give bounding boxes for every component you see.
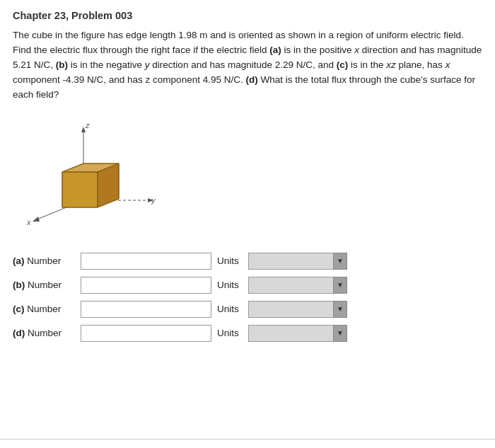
label-d: (d) Number xyxy=(13,328,75,338)
page: Chapter 23, Problem 003 The cube in the … xyxy=(0,0,495,448)
units-select-c[interactable]: N·m²/C V·m xyxy=(248,301,347,318)
part-d-bold: (d) xyxy=(245,74,257,85)
units-select-wrapper-b: N·m²/C V·m ▼ xyxy=(248,277,347,294)
number-input-a[interactable] xyxy=(81,253,211,270)
units-select-wrapper-d: N·m²/C V·m ▼ xyxy=(248,325,347,342)
units-select-b[interactable]: N·m²/C V·m xyxy=(248,277,347,294)
units-label-d: Units xyxy=(217,328,243,338)
svg-text:x: x xyxy=(26,218,31,226)
units-select-a[interactable]: N·m²/C V·m xyxy=(248,253,347,270)
label-c: (c) Number xyxy=(13,304,75,314)
svg-marker-14 xyxy=(62,172,98,207)
number-input-d[interactable] xyxy=(81,325,211,342)
part-a-bold: (a) xyxy=(269,45,281,55)
cube-svg: z y x xyxy=(20,115,161,236)
units-label-c: Units xyxy=(217,304,243,314)
units-select-wrapper-c: N·m²/C V·m ▼ xyxy=(248,301,347,318)
inputs-section: (a) Number Units N·m²/C V·m ▼ (b) Number… xyxy=(13,253,482,342)
units-label-b: Units xyxy=(217,280,243,290)
input-row-d: (d) Number Units N·m²/C V·m ▼ xyxy=(13,325,482,342)
figure-area: z y x xyxy=(20,115,482,236)
units-label-a: Units xyxy=(217,255,243,266)
label-b: (b) Number xyxy=(13,280,75,290)
label-a: (a) Number xyxy=(13,255,75,266)
number-input-b[interactable] xyxy=(81,277,211,294)
units-select-d[interactable]: N·m²/C V·m xyxy=(248,325,347,342)
svg-marker-7 xyxy=(33,217,40,222)
svg-text:y: y xyxy=(151,196,156,205)
part-c-bold: (c) xyxy=(337,59,349,70)
units-select-wrapper-a: N·m²/C V·m ▼ xyxy=(248,253,347,270)
input-row-c: (c) Number Units N·m²/C V·m ▼ xyxy=(13,301,482,318)
input-row-a: (a) Number Units N·m²/C V·m ▼ xyxy=(13,253,482,270)
problem-description: The cube in the figure has edge length 1… xyxy=(13,28,482,103)
svg-text:z: z xyxy=(85,121,90,130)
input-row-b: (b) Number Units N·m²/C V·m ▼ xyxy=(13,277,482,294)
problem-title: Chapter 23, Problem 003 xyxy=(13,10,482,21)
number-input-c[interactable] xyxy=(81,301,211,318)
part-b-bold: (b) xyxy=(56,59,68,70)
bottom-divider xyxy=(0,439,495,440)
